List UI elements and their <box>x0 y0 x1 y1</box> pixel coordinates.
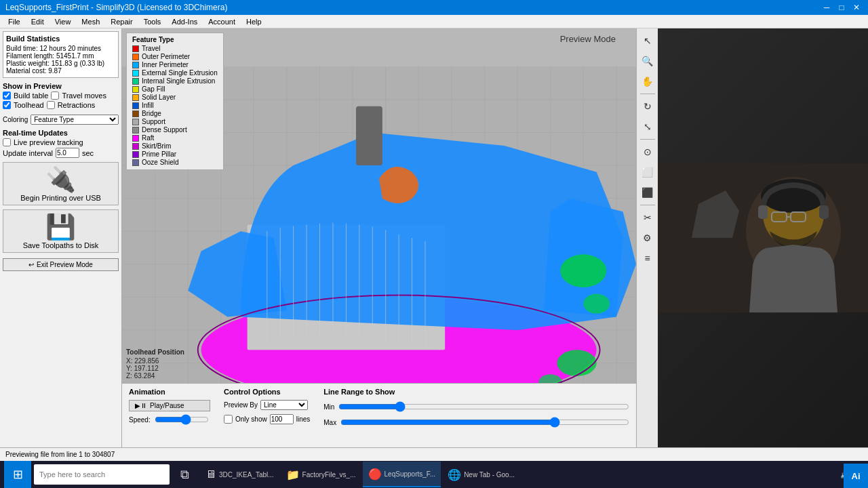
min-label: Min <box>323 403 334 411</box>
tool-settings-button[interactable]: ⚙ <box>638 228 657 247</box>
legend-solid-layer-color <box>132 94 139 101</box>
minimize-button[interactable]: ─ <box>821 2 833 13</box>
tool-topview-button[interactable]: ⬜ <box>638 163 657 182</box>
update-interval-label: Update interval <box>3 149 53 157</box>
3d-viewport[interactable]: Feature Type Travel Outer Perimeter Inne… <box>122 28 636 447</box>
exit-preview-button[interactable]: ↩ Exit Preview Mode <box>3 258 119 271</box>
svg-point-30 <box>557 350 596 376</box>
menu-view[interactable]: View <box>50 16 77 27</box>
play-pause-button[interactable]: ▶⏸ Play/Pause <box>129 400 210 411</box>
legend-support-color <box>132 119 139 125</box>
menu-account[interactable]: Account <box>203 16 241 27</box>
tool-cross-button[interactable]: ✂ <box>638 208 657 227</box>
svg-rect-29 <box>356 106 382 165</box>
taskbar-app-factory[interactable]: 📁 FactoryFile_vs_... <box>281 462 361 487</box>
preview-mode-label: Preview Mode <box>560 34 616 44</box>
task-view-button[interactable]: ⧉ <box>175 462 195 487</box>
legend-outer-perimeter-color <box>132 54 139 60</box>
tool-zoom-button[interactable]: 🔍 <box>638 52 657 70</box>
taskbar-app-simplify3d[interactable]: 🔴 LeqSupports_F... <box>363 462 441 487</box>
preview-by-label: Preview By <box>224 401 258 409</box>
build-statistics-title: Build Statistics <box>6 35 115 43</box>
retractions-label: Retractions <box>58 101 96 109</box>
menu-mesh[interactable]: Mesh <box>76 16 105 27</box>
coloring-section: Coloring Feature Type <box>3 115 119 125</box>
usb-icon: 🔌 <box>6 165 115 194</box>
coloring-dropdown[interactable]: Feature Type <box>31 115 119 125</box>
start-button[interactable]: ⊞ <box>4 461 31 488</box>
tool-arrow-button[interactable]: ↖ <box>638 31 657 50</box>
play-pause-label: Play/Pause <box>150 402 184 409</box>
tool-sideview-button[interactable]: ⬛ <box>638 183 657 202</box>
toolhead-checkbox[interactable] <box>3 101 11 109</box>
legend-ooze-shield-label: Ooze Shield <box>142 159 178 166</box>
travel-moves-checkbox[interactable] <box>51 92 59 100</box>
tool-reset-button[interactable]: ⊙ <box>638 142 657 161</box>
tool-list-button[interactable]: ≡ <box>638 249 657 268</box>
only-show-input[interactable] <box>270 414 294 424</box>
animation-group: Animation ▶⏸ Play/Pause Speed: <box>129 388 210 425</box>
maximize-button[interactable]: □ <box>835 2 848 13</box>
toolhead-position: Toolhead Position X: 229.856 Y: 197.112 … <box>126 348 184 380</box>
tool-pan-button[interactable]: ✋ <box>638 72 657 91</box>
factory-label: FactoryFile_vs_... <box>302 471 356 479</box>
realtime-updates-section: Real-time Updates Live preview tracking … <box>3 129 119 158</box>
main-layout: Build Statistics Build time: 12 hours 20… <box>0 28 868 447</box>
save-disk-card[interactable]: 💾 Save Toolpaths to Disk <box>3 209 119 253</box>
exit-preview-icon: ↩ <box>28 261 34 268</box>
legend-internal-single-color <box>132 78 139 85</box>
max-range-slider[interactable] <box>340 417 629 428</box>
legend-travel-label: Travel <box>142 45 160 52</box>
menu-edit[interactable]: Edit <box>26 16 50 27</box>
legend-external-single-color <box>132 70 139 77</box>
legend-support: Support <box>132 118 218 125</box>
taskbar-app-3dc[interactable]: 🖥 3DC_IKEA_Tabl... <box>200 462 279 487</box>
tool-scale-button[interactable]: ⤡ <box>638 117 657 136</box>
live-preview-checkbox[interactable] <box>3 138 11 146</box>
line-range-group: Line Range to Show Min Max <box>323 388 629 430</box>
chrome-icon: 🌐 <box>448 468 461 481</box>
legend-external-single: External Single Extrusion <box>132 69 218 77</box>
menubar: File Edit View Mesh Repair Tools Add-Ins… <box>0 15 868 28</box>
legend-prime-pillar-color <box>132 151 139 158</box>
animation-label: Animation <box>129 388 210 396</box>
menu-addins[interactable]: Add-Ins <box>166 16 203 27</box>
toolbar-separator-1 <box>640 94 655 94</box>
legend-skirt-brim-color <box>132 143 139 150</box>
legend-raft-label: Raft <box>142 134 154 142</box>
legend-infill-label: Infill <box>142 102 154 109</box>
preview-by-dropdown[interactable]: Line <box>260 400 308 410</box>
menu-repair[interactable]: Repair <box>105 16 138 27</box>
legend-ooze-shield: Ooze Shield <box>132 159 218 166</box>
toolbar-separator-2 <box>640 139 655 140</box>
toolhead-row: Toolhead Retractions <box>3 101 119 109</box>
3dc-label: 3DC_IKEA_Tabl... <box>219 471 274 479</box>
statusbar-text: Previewing file from line 1 to 304807 <box>5 451 115 458</box>
speed-slider[interactable] <box>155 414 209 425</box>
live-preview-row: Live preview tracking <box>3 138 119 146</box>
close-button[interactable]: ✕ <box>850 2 863 13</box>
menu-file[interactable]: File <box>3 16 26 27</box>
legend-inner-perimeter-color <box>132 62 139 68</box>
update-interval-input[interactable] <box>56 148 79 158</box>
min-range-slider[interactable] <box>338 401 629 412</box>
ai-corner-button[interactable]: Ai <box>844 464 868 488</box>
retractions-checkbox[interactable] <box>47 101 55 109</box>
search-bar[interactable] <box>34 464 170 485</box>
build-table-checkbox[interactable] <box>3 92 11 100</box>
menu-tools[interactable]: Tools <box>138 16 167 27</box>
only-show-checkbox[interactable] <box>224 415 233 424</box>
sec-label: sec <box>82 149 94 157</box>
update-interval-row: Update interval sec <box>3 148 119 158</box>
legend-raft: Raft <box>132 134 218 142</box>
search-input[interactable] <box>39 470 164 479</box>
menu-help[interactable]: Help <box>241 16 267 27</box>
taskbar-app-chrome[interactable]: 🌐 New Tab - Goo... <box>442 462 520 487</box>
feature-legend: Feature Type Travel Outer Perimeter Inne… <box>126 33 224 170</box>
tool-rotate-button[interactable]: ↻ <box>638 97 657 116</box>
usb-print-card[interactable]: 🔌 Begin Printing over USB <box>3 162 119 205</box>
legend-solid-layer-label: Solid Layer <box>142 94 176 101</box>
max-label: Max <box>323 419 336 426</box>
taskbar: ⊞ ⧉ 🖥 3DC_IKEA_Tabl... 📁 FactoryFile_vs_… <box>0 461 868 488</box>
titlebar-controls: ─ □ ✕ <box>821 2 863 13</box>
